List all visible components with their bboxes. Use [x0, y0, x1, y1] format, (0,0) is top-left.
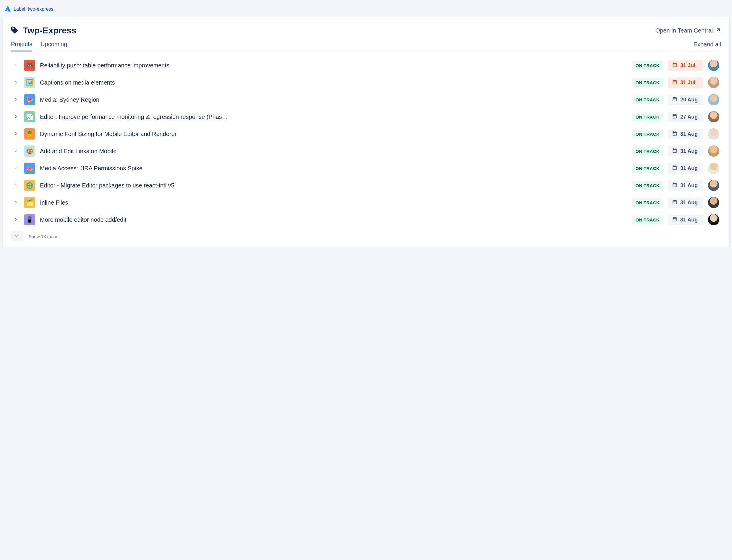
project-row: 🍉Media: Sydney RegionON TRACK20 Aug: [11, 91, 721, 108]
calendar-icon: [672, 79, 677, 86]
project-title-link[interactable]: Inline Files: [40, 199, 627, 206]
project-row: 📱More mobile editor node add/editON TRAC…: [11, 211, 721, 228]
owner-avatar[interactable]: [708, 214, 719, 225]
due-date-text: 31 Aug: [680, 165, 698, 171]
project-list: 🎮Reliability push: table performance imp…: [11, 51, 721, 228]
chevron-right-icon: [14, 97, 18, 102]
calendar-icon: [672, 165, 677, 172]
due-date-text: 31 Aug: [680, 200, 698, 206]
status-badge: ON TRACK: [632, 96, 663, 104]
project-row: 🍉Media Access: JIRA Permissions SpikeON …: [11, 160, 721, 177]
project-title-link[interactable]: Captions on media elements: [40, 79, 627, 86]
expand-row-button[interactable]: [13, 199, 19, 206]
atlassian-logo-icon: [4, 5, 11, 13]
project-icon: 🍍: [24, 128, 35, 140]
status-badge: ON TRACK: [632, 181, 663, 190]
expand-row-button[interactable]: [13, 182, 19, 189]
due-date-chip: 31 Aug: [668, 163, 703, 174]
owner-avatar[interactable]: [708, 197, 719, 208]
tab-upcoming[interactable]: Upcoming: [41, 41, 67, 51]
expand-row-button[interactable]: [13, 96, 19, 103]
expand-row-button[interactable]: [13, 148, 19, 154]
chevron-right-icon: [14, 200, 18, 205]
due-date-chip: 31 Jul: [668, 77, 703, 88]
chevron-right-icon: [14, 149, 18, 154]
expand-row-button[interactable]: [13, 62, 19, 69]
project-row: 🥨Add and Edit Links on MobileON TRACK31 …: [11, 143, 721, 160]
tag-icon: [11, 26, 19, 35]
owner-avatar[interactable]: [708, 111, 719, 122]
calendar-icon: [672, 182, 677, 189]
due-date-chip: 31 Jul: [668, 60, 703, 71]
owner-avatar[interactable]: [708, 77, 719, 88]
tabs-row: Projects Upcoming Expand all: [11, 41, 721, 51]
owner-avatar[interactable]: [708, 180, 719, 191]
calendar-icon: [672, 148, 677, 155]
due-date-text: 31 Aug: [680, 131, 698, 137]
expand-row-button[interactable]: [13, 79, 19, 86]
due-date-chip: 20 Aug: [668, 95, 703, 105]
expand-row-button[interactable]: [13, 114, 19, 120]
expand-row-button[interactable]: [13, 216, 19, 223]
project-icon: 📈: [24, 111, 35, 122]
show-more-text[interactable]: Show 18 more: [29, 234, 57, 239]
page-title: Twp-Express: [23, 25, 76, 35]
status-badge: ON TRACK: [632, 147, 663, 156]
due-date-chip: 27 Aug: [668, 112, 703, 122]
project-icon: 📱: [24, 214, 35, 225]
calendar-icon: [672, 62, 677, 69]
project-title-link[interactable]: Dynamic Font Sizing for Mobile Editor an…: [40, 131, 627, 137]
tab-projects[interactable]: Projects: [11, 41, 32, 51]
owner-avatar[interactable]: [708, 60, 719, 71]
expand-row-button[interactable]: [13, 165, 19, 171]
chevron-right-icon: [14, 166, 18, 171]
due-date-chip: 31 Aug: [668, 198, 703, 208]
owner-avatar[interactable]: [708, 163, 719, 174]
open-in-team-central-link[interactable]: Open in Team Central: [655, 27, 721, 34]
external-link-icon: [716, 27, 721, 34]
status-badge: ON TRACK: [632, 78, 663, 87]
due-date-chip: 31 Aug: [668, 146, 703, 156]
project-title-link[interactable]: Add and Edit Links on Mobile: [40, 148, 627, 155]
status-badge: ON TRACK: [632, 198, 663, 207]
status-badge: ON TRACK: [632, 164, 663, 173]
show-more-toggle[interactable]: [11, 231, 23, 241]
calendar-icon: [672, 131, 677, 137]
status-badge: ON TRACK: [632, 130, 663, 138]
chevron-right-icon: [14, 114, 18, 119]
calendar-icon: [672, 96, 677, 103]
breadcrumb: Label: twp-express: [2, 2, 730, 17]
chevron-right-icon: [14, 80, 18, 85]
status-badge: ON TRACK: [632, 61, 663, 70]
project-title-link[interactable]: Editor - Migrate Editor packages to use …: [40, 182, 627, 189]
chevron-right-icon: [14, 63, 18, 68]
owner-avatar[interactable]: [708, 128, 719, 140]
open-in-team-central-label: Open in Team Central: [655, 27, 713, 34]
breadcrumb-label-link[interactable]: Label: twp-express: [14, 7, 53, 12]
project-row: 📈Editor: Improve performance monitoring …: [11, 108, 721, 125]
expand-row-button[interactable]: [13, 131, 19, 137]
project-title-link[interactable]: More mobile editor node add/edit: [40, 216, 627, 223]
project-title-link[interactable]: Media Access: JIRA Permissions Spike: [40, 165, 627, 172]
project-icon: 🥨: [24, 145, 35, 157]
project-icon: 🎮: [24, 60, 35, 71]
list-footer: Show 18 more: [11, 228, 721, 241]
owner-avatar[interactable]: [708, 94, 719, 105]
due-date-text: 31 Jul: [680, 80, 695, 86]
chevron-down-icon: [14, 234, 19, 239]
due-date-chip: 31 Aug: [668, 129, 703, 139]
due-date-text: 31 Aug: [680, 217, 698, 223]
owner-avatar[interactable]: [708, 145, 719, 157]
due-date-text: 31 Aug: [680, 148, 698, 154]
project-title-link[interactable]: Media: Sydney Region: [40, 96, 627, 103]
status-badge: ON TRACK: [632, 216, 663, 224]
project-icon: 🍉: [24, 94, 35, 105]
project-title-link[interactable]: Editor: Improve performance monitoring &…: [40, 114, 627, 120]
calendar-icon: [672, 216, 677, 223]
project-icon: 🍉: [24, 163, 35, 174]
status-badge: ON TRACK: [632, 113, 663, 121]
due-date-text: 20 Aug: [680, 97, 698, 103]
project-icon: 🖼️: [24, 77, 35, 88]
expand-all-button[interactable]: Expand all: [694, 41, 721, 51]
project-title-link[interactable]: Reliability push: table performance impr…: [40, 62, 627, 69]
